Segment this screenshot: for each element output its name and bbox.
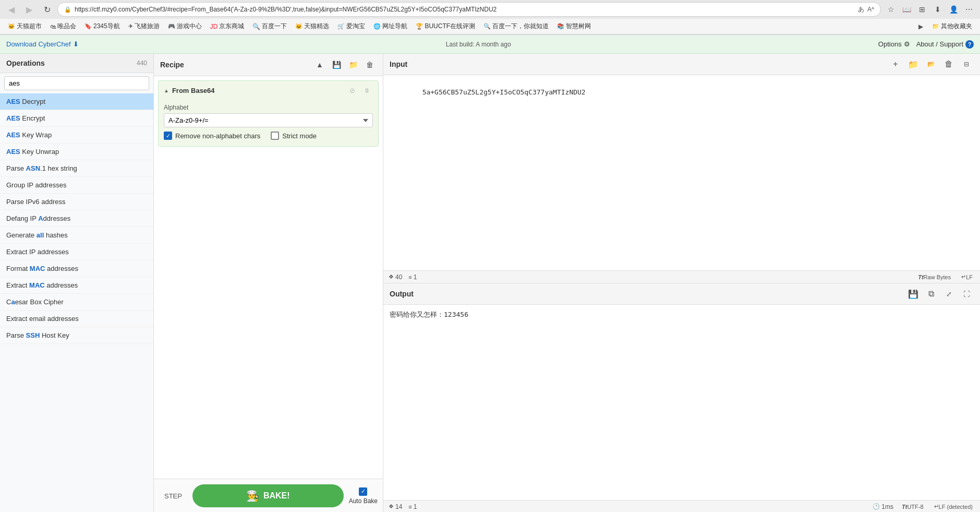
bookmark-game[interactable]: 🎮游戏中心 [164, 21, 205, 32]
download-cyberchef-button[interactable]: Download CyberChef ⬇ [6, 40, 79, 48]
bookmark-zhihuishu[interactable]: 📚智慧树网 [553, 21, 595, 32]
recipe-footer: STEP 👨‍🍳 BAKE! ✓ Auto Bake [154, 479, 383, 512]
sidebar-item-caesar-box[interactable]: Caesar Box Cipher [0, 294, 153, 311]
auto-bake-checkmark: ✓ [361, 488, 366, 495]
strict-mode-checkbox-label[interactable]: Strict mode [271, 132, 317, 140]
bake-button[interactable]: 👨‍🍳 BAKE! [192, 484, 344, 507]
checkmark-icon: ✓ [166, 133, 171, 139]
downloads-button[interactable]: ⬇ [931, 3, 945, 16]
build-info: Last build: A month ago [79, 41, 878, 48]
op-disable-button[interactable]: ⊘ [346, 84, 358, 97]
download-text: Download CyberChef [6, 40, 71, 48]
about-button[interactable]: About / Support ? [916, 40, 974, 49]
sidebar-item-aes-key-unwrap[interactable]: AES Key Unwrap [0, 144, 153, 160]
sidebar-item-extract-ip[interactable]: Extract IP addresses [0, 244, 153, 260]
sidebar-item-aes-encrypt[interactable]: AES Encrypt [0, 110, 153, 127]
sidebar-item-parse-ssh[interactable]: Parse SSH Host Key [0, 327, 153, 344]
output-status-right: 🕐 1ms Tt UTF-8 ↵ LF (detected) [873, 503, 975, 510]
sidebar-item-defang-ip[interactable]: Defang IP Addresses [0, 210, 153, 227]
main-layout: Operations 440 AES Decrypt AES Encrypt A… [0, 54, 980, 512]
op-pause-button[interactable]: ⏸ [360, 84, 373, 97]
recipe-load-button[interactable]: 📁 [346, 58, 360, 72]
input-clear-button[interactable]: 🗑 [941, 57, 956, 72]
more-bookmarks-button[interactable]: ▶ [914, 20, 927, 33]
remove-nonalpha-checkbox[interactable]: ✓ [164, 132, 172, 140]
op-title: From Base64 [172, 87, 215, 94]
bookmark-baidu2[interactable]: 🔍百度一下，你就知道 [480, 21, 552, 32]
recipe-op-actions: ⊘ ⏸ [346, 84, 373, 97]
favorites-button[interactable]: ☆ [884, 3, 898, 16]
header-right-actions: Options ⚙ About / Support ? [878, 40, 974, 49]
sidebar-item-aes-decrypt[interactable]: AES Decrypt [0, 93, 153, 110]
recipe-header: Recipe ▲ 💾 📁 🗑 [154, 54, 383, 76]
bookmark-feizhu[interactable]: ✈飞猪旅游 [125, 21, 163, 32]
download-icon: ⬇ [73, 40, 79, 48]
recipe-checkboxes: ✓ Remove non-alphabet chars Strict mode [164, 127, 373, 142]
recipe-save-button[interactable]: 💾 [330, 58, 343, 72]
input-lf-button[interactable]: ↵ LF [959, 273, 975, 281]
output-copy-button[interactable]: ⧉ [924, 287, 938, 301]
sidebar-item-parse-ipv6[interactable]: Parse IPv6 address [0, 194, 153, 210]
bookmark-weipinhui[interactable]: 🛍唯品会 [46, 21, 80, 32]
sidebar-item-extract-email[interactable]: Extract email addresses [0, 311, 153, 327]
bookmark-jd[interactable]: JD京东商城 [207, 21, 248, 32]
strict-mode-checkbox[interactable] [271, 132, 279, 140]
output-encoding-button[interactable]: Tt UTF-8 [900, 503, 926, 510]
options-button[interactable]: Options ⚙ [878, 40, 910, 48]
sidebar-title: Operations [6, 59, 45, 67]
input-title: Input [390, 60, 407, 68]
sidebar-item-parse-asn1[interactable]: Parse ASN.1 hex string [0, 160, 153, 177]
output-save-button[interactable]: 💾 [906, 287, 921, 301]
remove-nonalpha-checkbox-label[interactable]: ✓ Remove non-alphabet chars [164, 132, 260, 140]
address-bar[interactable]: 🔒 https://ctf.mzy0.com/CyberChef3/#recip… [57, 2, 881, 17]
sidebar-item-group-ip[interactable]: Group IP addresses [0, 177, 153, 194]
step-button[interactable]: STEP [159, 489, 187, 503]
sidebar-count: 440 [137, 59, 147, 67]
input-open-folder-button[interactable]: 📁 [906, 57, 921, 72]
auto-bake-checkbox[interactable]: ✓ [359, 487, 367, 496]
bookmark-2345[interactable]: 🔖2345导航 [81, 21, 124, 32]
bookmark-buuctf[interactable]: 🏆BUUCTF在线评测 [412, 21, 479, 32]
other-bookmarks[interactable]: 📁其他收藏夹 [928, 21, 976, 32]
input-raw-bytes-button[interactable]: Tt Raw Bytes [916, 273, 953, 281]
url-text: https://ctf.mzy0.com/CyberChef3/#recipe=… [75, 6, 855, 13]
bookmark-taobao[interactable]: 🛒爱淘宝 [334, 21, 369, 32]
bookmark-wangzhi[interactable]: 🌐网址导航 [370, 21, 411, 32]
strict-mode-label: Strict mode [282, 132, 317, 140]
bookmark-baidu1[interactable]: 🔍百度一下 [249, 21, 291, 32]
collections-button[interactable]: ⊞ [915, 3, 929, 16]
input-new-tab-button[interactable]: + [888, 57, 903, 72]
reading-list-button[interactable]: 📖 [900, 3, 913, 16]
back-button[interactable]: ◀ [4, 2, 19, 17]
refresh-button[interactable]: ↻ [40, 2, 54, 17]
app-header: Download CyberChef ⬇ Last build: A month… [0, 35, 980, 54]
sidebar-item-aes-key-wrap[interactable]: AES Key Wrap [0, 127, 153, 144]
more-button[interactable]: ⋯ [962, 3, 976, 16]
recipe-header-actions: ▲ 💾 📁 🗑 [313, 58, 377, 72]
recipe-panel: Recipe ▲ 💾 📁 🗑 ▲ From Base64 ⊘ ⏸ [154, 54, 383, 512]
output-new-tab-button[interactable]: ⤢ [941, 287, 956, 301]
bookmark-tianmao[interactable]: 🐱天猫超市 [4, 21, 45, 32]
recipe-collapse-button[interactable]: ▲ [313, 58, 326, 72]
sidebar-search-container [0, 73, 153, 93]
bookmarks-bar: 🐱天猫超市 🛍唯品会 🔖2345导航 ✈飞猪旅游 🎮游戏中心 JD京东商城 🔍百… [0, 19, 980, 34]
forward-button[interactable]: ▶ [22, 2, 37, 17]
input-open-file-button[interactable]: 📂 [924, 57, 938, 72]
input-char-count: ❖ 40 [389, 273, 402, 281]
search-input[interactable] [4, 76, 149, 90]
reader-icon: Aᴬ [867, 6, 874, 13]
alphabet-select[interactable]: A-Za-z0-9+/= [164, 113, 373, 127]
bookmark-tianmao2[interactable]: 🐱天猫精选 [292, 21, 333, 32]
input-layout-button[interactable]: ⊟ [959, 57, 974, 72]
profile-button[interactable]: 👤 [947, 3, 960, 16]
output-lf-button[interactable]: ↵ LF (detected) [932, 503, 975, 510]
sidebar-item-generate-hashes[interactable]: Generate all hashes [0, 227, 153, 244]
input-line-count: ≡ 1 [408, 273, 417, 281]
output-maximize-button[interactable]: ⛶ [959, 287, 974, 301]
recipe-clear-button[interactable]: 🗑 [363, 58, 377, 72]
output-line-count: ≡ 1 [408, 503, 417, 510]
input-content[interactable]: 5a+G56CB57uZ5L2g5Y+I5oCO5qC377yaMTIzNDU2 [383, 75, 980, 270]
auto-bake-container: ✓ Auto Bake [349, 487, 378, 505]
sidebar-item-extract-mac[interactable]: Extract MAC addresses [0, 277, 153, 294]
sidebar-item-format-mac[interactable]: Format MAC addresses [0, 260, 153, 277]
